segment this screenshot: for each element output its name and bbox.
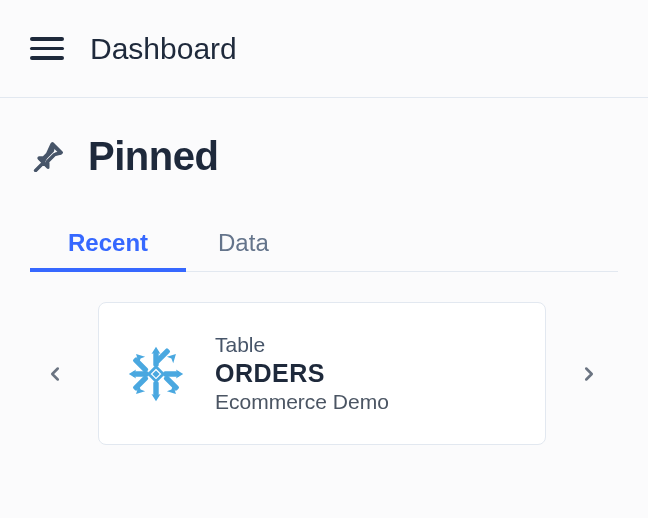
tab-recent[interactable]: Recent [68, 229, 148, 271]
menu-icon[interactable] [30, 37, 64, 60]
chevron-right-icon[interactable] [564, 344, 614, 404]
card-kind: Table [215, 333, 389, 357]
header: Dashboard [0, 0, 648, 98]
section-title: Pinned [88, 134, 218, 179]
card-subtitle: Ecommerce Demo [215, 390, 389, 414]
section-heading: Pinned [30, 134, 618, 179]
card-body: Table ORDERS Ecommerce Demo [215, 333, 389, 414]
svg-rect-11 [163, 371, 179, 376]
tab-data[interactable]: Data [218, 229, 269, 271]
chevron-left-icon[interactable] [30, 344, 80, 404]
page-title: Dashboard [90, 32, 237, 66]
svg-rect-10 [132, 371, 148, 376]
svg-marker-6 [167, 354, 176, 363]
tabs: Recent Data [30, 229, 618, 272]
card-title: ORDERS [215, 359, 389, 388]
pin-icon [30, 139, 66, 175]
pinned-card[interactable]: Table ORDERS Ecommerce Demo [98, 302, 546, 445]
svg-rect-9 [153, 381, 158, 397]
snowflake-icon [127, 345, 185, 403]
pinned-section: Pinned Recent Data [0, 98, 648, 445]
carousel: Table ORDERS Ecommerce Demo [30, 302, 618, 445]
